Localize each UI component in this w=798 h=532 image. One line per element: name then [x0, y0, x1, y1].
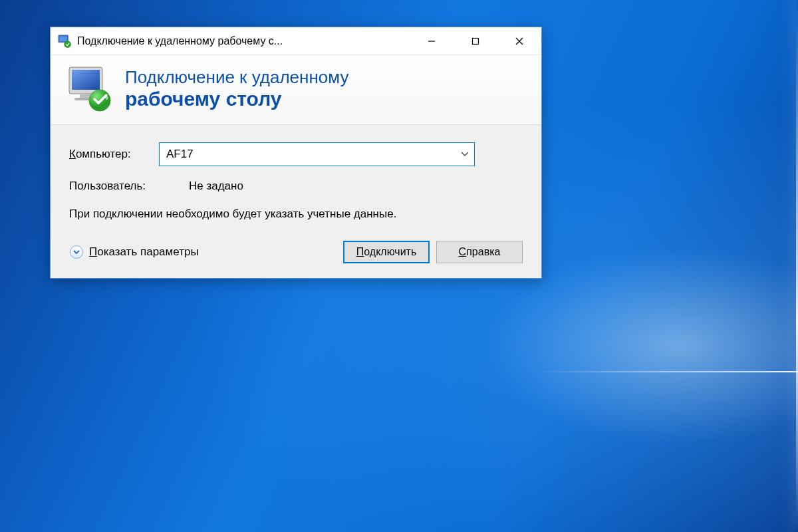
rdp-dialog-window: Подключение к удаленному рабочему с... [50, 27, 542, 279]
close-icon [514, 36, 525, 47]
dialog-body: Компьютер: Пользователь: Не задано При п… [51, 125, 541, 278]
header-title-line1: Подключение к удаленному [125, 67, 527, 88]
minimize-button[interactable] [410, 27, 454, 55]
expand-icon [69, 245, 84, 259]
svg-rect-9 [72, 70, 100, 90]
svg-rect-4 [473, 38, 479, 44]
computer-combobox[interactable] [159, 142, 475, 166]
connect-button[interactable]: Подключить [343, 241, 430, 263]
desktop-background: Подключение к удаленному рабочему с... [0, 0, 798, 532]
computer-label: Компьютер: [69, 148, 159, 161]
decorative-light [532, 371, 798, 372]
bottom-row: Показать параметры Подключить Справка [69, 241, 523, 263]
chevron-down-icon [73, 249, 80, 255]
close-button[interactable] [497, 27, 541, 55]
titlebar[interactable]: Подключение к удаленному рабочему с... [51, 27, 541, 55]
window-controls [410, 27, 541, 55]
user-value: Не задано [189, 180, 243, 193]
minimize-icon [427, 37, 436, 46]
svg-point-2 [65, 41, 71, 47]
computer-input[interactable] [159, 142, 475, 166]
maximize-button[interactable] [454, 27, 497, 55]
user-label: Пользователь: [69, 180, 189, 193]
svg-rect-1 [60, 36, 67, 41]
show-options-link[interactable]: Показать параметры [69, 245, 199, 259]
info-text: При подключении необходимо будет указать… [69, 206, 523, 222]
user-row: Пользователь: Не задано [69, 180, 523, 193]
show-options-label: Показать параметры [89, 245, 199, 259]
dropdown-button[interactable] [455, 142, 475, 166]
window-title: Подключение к удаленному рабочему с... [77, 35, 410, 47]
computer-row: Компьютер: [69, 142, 523, 166]
header-title-line2: рабочему столу [125, 88, 527, 110]
help-button[interactable]: Справка [436, 241, 523, 263]
app-icon [57, 34, 72, 49]
header-banner: Подключение к удаленному рабочему столу [51, 55, 541, 125]
maximize-icon [471, 37, 480, 46]
chevron-down-icon [461, 152, 469, 157]
rdp-large-icon [65, 65, 113, 112]
header-text: Подключение к удаленному рабочему столу [125, 67, 527, 110]
